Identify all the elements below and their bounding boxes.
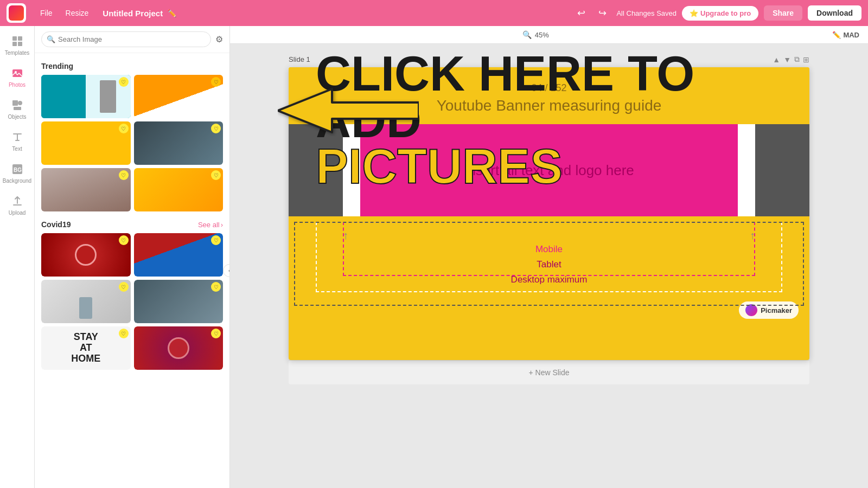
svg-rect-3 — [18, 42, 22, 46]
favorite-badge-3: ♡ — [119, 124, 129, 133]
download-button[interactable]: Download — [808, 5, 861, 21]
desktop-label-row: Desktop maximum — [299, 274, 799, 285]
trending-grid: ♡ ♡ ♡ ♡ — [41, 75, 223, 211]
objects-label: Objects — [8, 114, 27, 120]
picmaker-badge-row: Picmaker — [299, 301, 799, 319]
sidebar-item-photos[interactable]: Photos — [2, 62, 33, 92]
panel-collapse-button[interactable]: ‹ — [223, 264, 229, 277]
redo-button[interactable]: ↪ — [594, 5, 611, 21]
zoom-icon: 🔍 — [522, 30, 532, 39]
slide-controls: ▲ ▼ ⧉ ⊞ — [773, 55, 809, 64]
slide-expand-button[interactable]: ⊞ — [803, 55, 809, 64]
undo-redo-group: ↩ ↪ — [573, 5, 611, 21]
slide-wrapper: Slide 1 ▲ ▼ ⧉ ⊞ CLICK HERE TO ADD PICTUR… — [289, 55, 809, 384]
picmaker-label: Picmaker — [761, 306, 792, 314]
objects-icon — [11, 99, 24, 112]
upload-label: Upload — [9, 210, 26, 216]
slide-top: 04 / 152 Youtube Banner measuring guide — [289, 67, 809, 124]
new-slide-button[interactable]: + New Slide — [289, 360, 809, 384]
background-icon: BG — [11, 163, 24, 176]
list-item[interactable]: ♡ — [41, 280, 131, 323]
favorite-badge-c3: ♡ — [119, 282, 129, 292]
share-button[interactable]: Share — [764, 5, 802, 21]
list-item[interactable]: ♡ — [134, 280, 224, 323]
favorite-badge-4: ♡ — [211, 124, 221, 133]
trending-image-4 — [134, 121, 224, 165]
favorite-badge-c2: ♡ — [211, 235, 221, 245]
svg-rect-0 — [12, 36, 17, 41]
right-dark-block — [755, 124, 809, 216]
desktop-label: Desktop maximum — [511, 274, 588, 285]
right-white-block — [738, 124, 755, 216]
svg-rect-6 — [12, 100, 18, 106]
trending-header: Trending — [41, 62, 223, 70]
slide-number-label: Slide 1 — [289, 55, 310, 63]
chevron-right-icon: › — [221, 221, 223, 229]
zoom-percent: 45% — [535, 31, 549, 39]
list-item[interactable]: ♡ — [134, 121, 224, 165]
project-title: Untitled Project — [103, 9, 163, 18]
panel-scroll-content: Trending ♡ — [35, 53, 229, 488]
edit-title-icon[interactable]: ✏️ — [167, 9, 176, 17]
upgrade-button[interactable]: ⭐ Upgrade to pro — [682, 6, 758, 21]
list-item[interactable]: ♡ — [134, 75, 224, 118]
list-item[interactable]: ♡ — [41, 75, 131, 118]
favorite-badge-c1: ♡ — [119, 235, 129, 245]
sidebar-item-background[interactable]: BG Background — [2, 158, 33, 188]
search-icon: 🔍 — [47, 35, 55, 43]
sidebar-item-text[interactable]: Text — [2, 126, 33, 156]
mad-label: ✏️ MAD — [832, 31, 859, 39]
tablet-label: Tablet — [537, 259, 561, 269]
text-icon — [11, 131, 24, 144]
middle-text: Insert all text and logo here — [458, 157, 640, 184]
trending-image-5 — [41, 168, 131, 211]
covid-grid: ♡ ♡ ♡ ♡ STAYATHOME — [41, 233, 223, 370]
mobile-label-row: Mobile — [299, 244, 799, 255]
app-logo — [7, 3, 26, 23]
list-item[interactable]: ♡ — [41, 233, 131, 277]
slide-up-button[interactable]: ▲ — [773, 55, 780, 64]
menu-file[interactable]: File — [35, 7, 58, 20]
see-all-covid[interactable]: See all › — [198, 221, 223, 229]
filter-icon[interactable]: ⚙ — [215, 34, 223, 44]
upload-icon — [11, 195, 24, 208]
favorite-badge-c5: ♡ — [119, 329, 129, 338]
left-dark-block — [289, 124, 343, 216]
center-pink-block: Insert all text and logo here — [360, 124, 738, 216]
list-item[interactable]: ♡ — [41, 121, 131, 165]
menu-resize[interactable]: Resize — [60, 7, 94, 20]
list-item[interactable]: STAYATHOME ♡ — [41, 326, 131, 370]
trending-image-2 — [134, 75, 224, 118]
slide-canvas-wrapper: CLICK HERE TO ADD PICTURES — [289, 67, 809, 384]
mobile-label: Mobile — [535, 244, 563, 254]
zoom-control: 🔍 45% — [522, 30, 549, 39]
slide-down-button[interactable]: ▼ — [783, 55, 791, 64]
svg-rect-1 — [18, 36, 22, 41]
star-icon: ⭐ — [690, 9, 698, 17]
undo-button[interactable]: ↩ — [573, 5, 590, 21]
pencil-icon: ✏️ — [832, 31, 841, 39]
list-item[interactable]: ♡ — [134, 168, 224, 211]
templates-icon — [11, 35, 24, 48]
list-item[interactable]: ♡ — [134, 233, 224, 277]
sidebar-item-upload[interactable]: Upload — [2, 190, 33, 220]
list-item[interactable]: ♡ — [134, 326, 224, 370]
mobile-arrows: ↑ ↑ — [299, 229, 799, 242]
svg-rect-4 — [12, 69, 22, 77]
picmaker-logo — [745, 304, 757, 316]
search-input[interactable] — [41, 31, 211, 47]
slide-copy-button[interactable]: ⧉ — [794, 55, 800, 64]
slides-container: Slide 1 ▲ ▼ ⧉ ⊞ CLICK HERE TO ADD PICTUR… — [230, 44, 868, 488]
save-status: All Changes Saved — [616, 9, 676, 17]
list-item[interactable]: ♡ — [41, 168, 131, 211]
topbar-actions: ↩ ↪ All Changes Saved ⭐ Upgrade to pro S… — [573, 5, 861, 21]
slide-canvas[interactable]: 04 / 152 Youtube Banner measuring guide … — [289, 67, 809, 360]
left-white-block — [343, 124, 360, 216]
sidebar-item-objects[interactable]: Objects — [2, 94, 33, 124]
svg-point-7 — [18, 101, 22, 105]
media-panel: 🔍 ⚙ Trending — [35, 26, 230, 488]
sidebar-item-templates[interactable]: Templates — [2, 30, 33, 60]
trending-image-1 — [41, 75, 131, 118]
background-label: Background — [3, 178, 31, 184]
trending-image-6 — [134, 168, 224, 211]
